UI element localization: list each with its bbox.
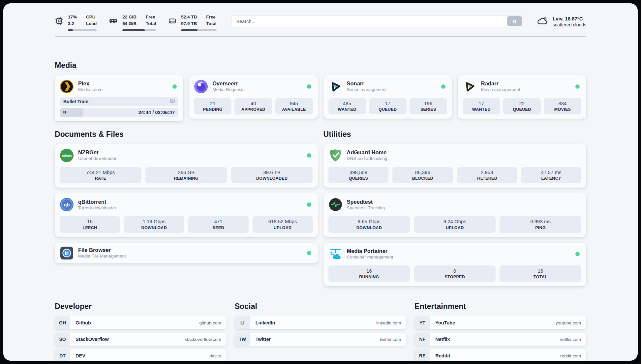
stat-value: 16 <box>501 268 580 274</box>
link-abbreviation-badge: SO <box>55 333 70 346</box>
sonarr-stat-series: 196SERIES <box>410 98 447 115</box>
stat-label: SERIES <box>411 107 445 112</box>
filebrowser-titles: File BrowserMedia File Management <box>78 247 126 259</box>
app-card-portainer[interactable]: Media PortainerContainer management16RUN… <box>323 243 587 287</box>
metric-text: Load <box>86 21 97 27</box>
sonarr-title: Sonarr <box>347 80 387 86</box>
nzbget-subtitle: Usenet downloader <box>78 156 116 161</box>
sonarr-status-dot <box>441 84 445 89</box>
stat-label: APPROVED <box>236 107 270 112</box>
plex-playback-progress[interactable]: 24:44 / 02:06:47 <box>60 108 178 117</box>
app-card-qbittorrent[interactable]: qbqBittorrentTorrent downloader16LEECH1.… <box>55 193 318 237</box>
app-card-radarr[interactable]: RadarrMovie management17WANTED22QUEUED83… <box>458 75 586 119</box>
portainer-stat-running: 16RUNNING <box>328 265 410 282</box>
stat-label: PING <box>501 226 580 230</box>
app-card-adguard[interactable]: AdGuard HomeDNS and adblocking498,508QUE… <box>323 144 587 188</box>
portainer-stats: 16RUNNING0STOPPED16TOTAL <box>328 265 582 282</box>
media-card-grid: PlexMedia serverBullet Train24:44 / 02:0… <box>55 75 586 121</box>
stat-label: QUEUED <box>505 107 539 112</box>
app-card-sonarr[interactable]: SonarrSeries management485WANTED17QUEUED… <box>323 75 452 119</box>
utilities-card-stack: AdGuard HomeDNS and adblocking498,508QUE… <box>323 144 587 287</box>
qbittorrent-subtitle: Torrent downloader <box>78 206 116 211</box>
stat-label: FILTERED <box>458 176 515 181</box>
radarr-status-dot <box>575 84 580 89</box>
search-engine-button[interactable]: G <box>507 16 522 26</box>
screen-icon <box>169 98 175 105</box>
link-row-github[interactable]: GHGithubgithub.com <box>55 316 227 329</box>
nzbget-title: NZBGet <box>78 149 116 155</box>
stat-value: 2,953 <box>458 169 515 176</box>
link-name: Reddit <box>435 353 450 358</box>
ram-icon <box>108 16 118 25</box>
app-card-filebrowser[interactable]: File BrowserMedia File Management <box>55 243 318 263</box>
link-sections: DeveloperGHGithubgithub.comSOStackOverfl… <box>55 302 586 361</box>
pause-icon <box>63 109 67 115</box>
portainer-stat-stopped: 0STOPPED <box>414 265 496 282</box>
storage-metric: 52.4 TB97.9 TBFreeTotal <box>168 15 216 31</box>
dashboard-page: 17%3.2CPULoad22 GiB64 GiBFreeTotal52.4 T… <box>3 3 638 361</box>
radarr-stat-queued: 22QUEUED <box>503 98 541 115</box>
qbittorrent-stat-seed: 471SEED <box>188 216 249 233</box>
adguard-title: AdGuard Home <box>347 149 387 155</box>
speedtest-card-header: SpeedtestSpeedtest Tracking <box>328 197 582 212</box>
memory-metric: 22 GiB64 GiBFreeTotal <box>108 15 156 31</box>
svg-text:qb: qb <box>64 202 70 207</box>
metric-text: Free <box>206 15 216 20</box>
section-title-developer: Developer <box>55 302 227 311</box>
sonarr-titles: SonarrSeries management <box>347 80 387 92</box>
link-row-reddit[interactable]: RERedditreddit.com <box>414 349 586 361</box>
adguard-stats: 498,508QUERIES86,396BLOCKED2,953FILTERED… <box>328 167 582 184</box>
link-row-netflix[interactable]: NFNetflixnetflix.com <box>414 333 586 346</box>
link-row-youtube[interactable]: YTYouTubeyoutube.com <box>414 316 586 329</box>
link-row-stackoverflow[interactable]: SOStackOverflowstackoverflow.com <box>55 333 227 346</box>
storage-usage-fill <box>181 29 197 31</box>
plex-track-name: Bullet Train <box>63 99 169 104</box>
stat-label: QUERIES <box>330 176 387 181</box>
link-row-twitter[interactable]: TWTwittertwitter.com <box>235 333 407 346</box>
app-card-nzbget[interactable]: nzbgetNZBGetUsenet downloader744.21 Mbps… <box>55 144 318 188</box>
link-abbreviation-badge: GH <box>55 316 70 329</box>
sonarr-stats: 485WANTED17QUEUED196SERIES <box>328 98 447 115</box>
section-title-documents: Documents & Files <box>55 130 318 139</box>
search-input[interactable] <box>231 15 523 27</box>
middle-columns: Documents & Files nzbgetNZBGetUsenet dow… <box>55 130 586 287</box>
stat-value: 47.57 ms <box>523 169 580 176</box>
nzbget-stat-remaining: 266 GBREMAINING <box>145 167 227 184</box>
stat-value: 485 <box>330 100 364 107</box>
link-url: twitter.com <box>380 337 401 342</box>
link-abbreviation-badge: YT <box>414 316 430 329</box>
overseerr-stat-approved: 40APPROVED <box>234 98 272 115</box>
documents-card-stack: nzbgetNZBGetUsenet downloader744.21 Mbps… <box>55 144 318 263</box>
app-card-plex[interactable]: PlexMedia serverBullet Train24:44 / 02:0… <box>55 75 183 121</box>
adguard-stat-queries: 498,508QUERIES <box>328 167 389 184</box>
section-utilities: Utilities AdGuard HomeDNS and adblocking… <box>323 130 587 287</box>
nzbget-status-dot <box>307 153 311 158</box>
speedtest-icon <box>328 197 343 212</box>
link-name: Github <box>76 320 91 325</box>
storage-metric-values-col: 52.4 TB97.9 TB <box>181 15 197 27</box>
nzbget-stat-rate: 744.21 MbpsRATE <box>60 167 141 184</box>
section-developer: DeveloperGHGithubgithub.comSOStackOverfl… <box>55 302 227 361</box>
qbittorrent-stats: 16LEECH1.19 GbpsDOWNLOAD471SEED618.52 Mb… <box>60 216 313 233</box>
stat-value: 945 <box>277 100 311 107</box>
radarr-title: Radarr <box>481 80 520 86</box>
qbittorrent-stat-upload: 618.52 MbpsUPLOAD <box>253 216 313 233</box>
cpu-usage-bar <box>68 29 97 31</box>
cpu-metric: 17%3.2CPULoad <box>55 15 97 31</box>
app-card-speedtest[interactable]: SpeedtestSpeedtest Tracking9.65 GbpsDOWN… <box>323 193 587 237</box>
portainer-icon <box>328 247 343 261</box>
cpu-icon <box>55 16 64 25</box>
app-card-overseerr[interactable]: OverseerrMedia Requests21PENDING40APPROV… <box>189 75 318 119</box>
link-abbreviation-badge: LI <box>235 316 250 329</box>
link-row-linkedin[interactable]: LILinkedInlinkedin.com <box>235 316 407 329</box>
portainer-title: Media Portainer <box>347 248 393 254</box>
link-row-dev[interactable]: DTDEVdev.to <box>55 349 227 361</box>
weather-widget: Lviv, 16.87°C scattered clouds <box>536 15 586 28</box>
link-url: github.com <box>199 320 221 325</box>
filebrowser-icon <box>60 246 74 260</box>
qbittorrent-stat-leech: 16LEECH <box>60 216 120 233</box>
plex-card-header: PlexMedia server <box>60 79 178 94</box>
speedtest-stat-ping: 0.993 msPING <box>500 216 581 233</box>
metric-text: Free <box>146 15 156 20</box>
speedtest-stats: 9.65 GbpsDOWNLOAD9.24 GbpsUPLOAD0.993 ms… <box>328 216 582 233</box>
